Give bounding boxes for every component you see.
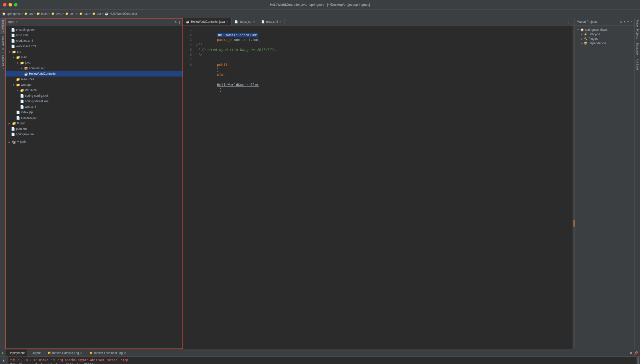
right-vtabs: Maven Projects Database Ant Build [634,18,640,349]
maven-add-icon[interactable]: + [627,20,629,24]
code-editor[interactable]: HelloWorldController package com.test.ou… [193,26,572,349]
nav-item-test[interactable]: 📁 test [79,12,88,16]
nav-item-com[interactable]: 📁 com [65,12,76,16]
tree-item-src[interactable]: ▼ 📁 src [6,49,182,54]
maven-more-icon[interactable]: » [630,20,632,24]
close-button[interactable] [3,3,6,6]
bottom-sidebar: ▲ ▼ ↑ ↓ ↩ ⭐ 🗑 ✕ [0,357,8,364]
console-output[interactable]: 七月 21, 2017 12:03:52 下午 org.apache.coyot… [8,357,636,364]
tree-item-web-xml[interactable]: 📄 web.xml [6,104,182,110]
tree-item-iml[interactable]: 📄 springmvc.iml [6,132,182,137]
maven-item-springmvc[interactable]: ▼ 🏠 springmvc Mave... [577,28,632,32]
project-header: 项目 ▼ ⚙ | [6,18,182,26]
nav-item-controller[interactable]: ☕ HelloWorldController [105,12,137,16]
sidebar-item-structure[interactable]: 7: Structure [0,52,5,71]
nav-item-src[interactable]: 📁 src [24,12,33,16]
tree-item-HelloWorldController[interactable]: ☕ HelloWorldController [6,71,182,76]
console-scrollbar-thumb[interactable] [638,357,639,364]
project-tree: 📄 encodings.xml 📄 misc.xml 📄 modules.xml… [6,26,182,348]
log-line-1: 七月 21, 2017 12:03:52 下午 org.apache.coyot… [10,358,634,362]
tree-item-spring-config[interactable]: 📄 spring-config.xml [6,93,182,98]
bottom-tab-localhost[interactable]: 🐱 Tomcat Localhost Log ✕ [87,350,129,356]
vtab-database[interactable]: Database [635,41,640,57]
maven-title: Maven Projects [577,20,598,24]
window-controls [3,3,18,6]
vtab-maven[interactable]: Maven Projects [635,18,640,41]
tree-item-webapp[interactable]: ▼ 📁 webapp [6,82,182,88]
tree-item-misc[interactable]: 📄 misc.xml [6,32,182,38]
nav-item-out[interactable]: 📁 out [92,12,101,16]
code-line-4: * Created by Martin.Wang on 2017/7/21. [196,48,570,52]
bottom-settings-icon[interactable]: ⚙ [630,351,632,355]
run-bar: ▶ Deployment Output 🐱 Tomcat Catalina Lo… [0,349,640,357]
settings-icon[interactable]: | [178,20,180,24]
maven-item-dependencies[interactable]: ▶ 📦 Dependencie... [577,41,632,46]
maven-item-lifecycle[interactable]: ▶ ⚡ Lifecycle [577,32,632,36]
sidebar-item-project[interactable]: 1: Project [0,18,5,34]
tree-item-external-libs[interactable]: ▶ 📚 外部库 [6,139,182,145]
tree-item-success-jsp[interactable]: 📄 success.jsp [6,115,182,120]
bottom-tab-output[interactable]: Output [29,350,43,356]
tab-HelloWorldController[interactable]: ☕ HelloWorldController.java ✕ [183,18,232,25]
divider [6,138,182,138]
bottom-content: ▲ ▼ ↑ ↓ ↩ ⭐ 🗑 ✕ 七月 21, 2017 12:03:52 下午 … [0,357,640,364]
main-layout: 1: Project 2: Favorites 7: Structure 项目 … [0,18,640,349]
maven-download-icon[interactable]: ⬇ [624,20,626,24]
vtab-antbuild[interactable]: Ant Build [635,57,640,72]
code-line-5: */ [196,52,570,58]
nav-item-main[interactable]: 📁 main [36,12,48,16]
editor-area: ☕ HelloWorldController.java ✕ 📄 index.js… [183,18,574,349]
maven-refresh-icon[interactable]: ↻ [620,20,622,24]
maven-header: Maven Projects ↻ ⬇ + » [575,18,634,26]
bottom-pin-icon[interactable]: 📌 [634,351,638,355]
editor-scrollbar[interactable] [572,26,574,349]
line-numbers: 1 2 3 4 5 6 7 8 [183,26,193,349]
tree-item-webinf[interactable]: ▼ 📁 WEB-INF [6,88,182,93]
tree-item-package[interactable]: ▼ 📦 com.test.out [6,66,182,71]
localhost-close[interactable]: ✕ [124,351,126,355]
tree-item-main[interactable]: ▼ 📁 main [6,54,182,60]
up-icon[interactable]: ▲ [1,358,6,363]
maven-tree: ▼ 🏠 springmvc Mave... ▶ ⚡ Lifecycle ▶ 🔧 … [575,26,634,48]
left-sidebar-tabs: 1: Project 2: Favorites 7: Structure [0,18,6,349]
nav-item-java[interactable]: 📁 java [51,12,61,16]
tree-item-target[interactable]: ▶ 📁 target [6,120,182,126]
code-line-6: public class HelloWorldController { [196,58,570,62]
nav-item-springmvc[interactable]: 🏠 springmvc [2,12,20,16]
minimize-button[interactable] [8,3,12,6]
console-scrollbar-area[interactable] [636,357,640,364]
maven-item-plugins[interactable]: ▶ 🔧 Plugins [577,36,632,41]
tree-item-pom[interactable]: 📄 pom.xml [6,126,182,132]
bottom-tab-deployment[interactable]: Deployment [6,350,27,356]
maven-panel: Maven Projects ↻ ⬇ + » ▼ 🏠 springmvc Mav… [574,18,634,349]
editor-more-button[interactable]: ≡ 7 [566,22,574,25]
tree-item-encodings[interactable]: 📄 encodings.xml [6,27,182,32]
tree-item-workspace[interactable]: 📄 workspace.xml [6,44,182,49]
bottom-tab-catalina[interactable]: 🐱 Tomcat Catalina Log ✕ [45,350,85,356]
tab-close-misc[interactable]: ✕ [279,20,281,23]
editor-content: 1 2 3 4 5 6 7 8 HelloWorldController pac… [183,26,574,349]
gear-icon[interactable]: ⚙ [174,20,176,24]
editor-tabs: ☕ HelloWorldController.java ✕ 📄 index.js… [183,18,574,26]
code-line-1: HelloWorldController [196,28,570,32]
run-icon[interactable]: ▶ [2,351,4,355]
window-title: HelloWorldController.java - springmvc - … [270,3,370,6]
tree-item-spring-servlet[interactable]: 📄 spring-servlet.xml [6,98,182,104]
tree-item-index-jsp[interactable]: 📄 index.jsp [6,110,182,115]
code-line-7: } [196,62,570,68]
code-line-8 [196,68,570,72]
project-title: 项目 [8,20,14,24]
catalina-close[interactable]: ✕ [80,351,82,355]
tree-item-resources[interactable]: 📁 resources [6,76,182,82]
log-line-2: 信息: Stopping ProtocolHandler ["http-bio-… [10,362,634,364]
tree-item-modules[interactable]: 📄 modules.xml [6,38,182,44]
code-line-3: /** [196,42,570,48]
sidebar-item-favorites[interactable]: 2: Favorites [0,34,5,52]
tab-misc-xml[interactable]: 📄 misc.xml ✕ [258,18,285,25]
tab-close-index[interactable]: ✕ [253,20,255,23]
tree-item-java-folder[interactable]: ▼ 📁 java [6,60,182,66]
tab-index-jsp[interactable]: 📄 index.jsp ✕ [232,18,258,25]
tab-close-controller[interactable]: ✕ [226,20,228,23]
maximize-button[interactable] [14,3,18,6]
nav-bar: 🏠 springmvc ▶ 📁 src ▶ 📁 main ▶ 📁 java ▶ … [0,10,640,18]
